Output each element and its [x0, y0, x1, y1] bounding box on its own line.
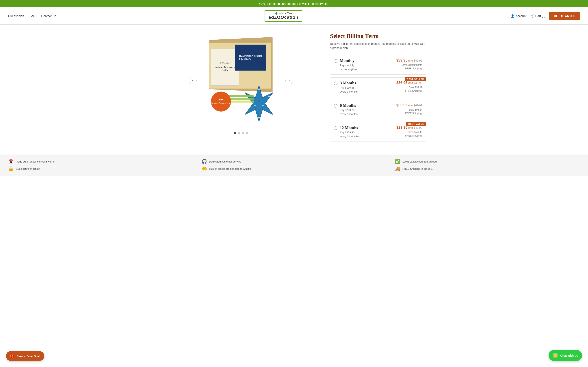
svg-point-7 [247, 108, 249, 109]
plan-radio[interactable] [334, 59, 337, 63]
nav-contact-us[interactable]: Contact Us [41, 14, 56, 17]
logo-main-text: edZOOcation [268, 15, 298, 20]
billing-description: Receive a different species each month. … [330, 42, 426, 50]
carousel-dot-3[interactable] [242, 132, 244, 134]
svg-point-9 [262, 105, 264, 106]
plan-card-6months[interactable]: 6 Months Pay $203.70every 6 months $33.9… [330, 100, 426, 119]
logo-area: 🌲 Wildlife Tree edZOOcation [265, 10, 303, 22]
trust-item: 🤲 50% of profits are donated to wildlife [201, 166, 387, 171]
carousel-next-button[interactable]: › [285, 77, 293, 84]
trust-bar: 📅 Plans auto-renew, cancel anytime 🔒 SSL… [0, 155, 588, 176]
plan-info: Monthly Pay monthly,cancel anytime [340, 58, 357, 71]
svg-point-10 [254, 105, 256, 106]
svg-point-5 [269, 108, 271, 109]
plan-name: 6 Months [340, 103, 358, 108]
plan-left: 3 Months Pay $110.85every 3 months [334, 81, 358, 93]
plan-info: 12 Months Pay $359.40every 12 months [340, 125, 359, 138]
carousel-dot-4[interactable] [246, 132, 248, 134]
billing-section: Select Billing Term Receive a different … [330, 33, 426, 144]
logo-tree-icon: 🌲 Wildlife Tree [275, 12, 292, 15]
book-seastars-title: Sea Stars [239, 57, 262, 60]
plan-name: 12 Months [340, 125, 359, 130]
trust-text: 100% satisfaction guaranteed [402, 160, 437, 163]
plan-card-monthly[interactable]: Monthly Pay monthly,cancel anytime $39.9… [330, 55, 426, 75]
cart-label: Cart (0) [535, 14, 545, 17]
plan-savings: Save $39.12FREE Shipping! [397, 85, 422, 93]
surprise-badge: !?! Includes Surprise item [211, 92, 231, 112]
trust-item: 📅 Plans auto-renew, cancel anytime [8, 159, 193, 164]
plan-original-price: $49.99 [414, 81, 422, 84]
plan-radio[interactable] [334, 126, 337, 130]
book-seastars: edZOOcation™ Readers Sea Stars [235, 45, 266, 71]
carousel-dot-2[interactable] [238, 132, 240, 134]
plan-radio[interactable] [334, 104, 337, 108]
plan-name: Monthly [340, 58, 357, 63]
plan-right: $33.95 /mo $49.99 Save $96.24FREE Shippi… [397, 103, 422, 115]
plan-right: $36.95 /mo $49.99 Save $39.12FREE Shippi… [397, 81, 422, 93]
product-image-container: edZOOcation™ Animal Discovery Guide edZO… [195, 33, 287, 129]
plan-detail: Pay $110.85every 3 months [340, 86, 358, 93]
plan-per-mo: /mo [408, 59, 413, 62]
main-content: ‹ edZOOcation™ Animal Discovery Guide ed… [154, 25, 434, 150]
plan-right: $29.95 /mo $49.99 Save $240.48FREE Shipp… [397, 125, 422, 138]
carousel-prev-button[interactable]: ‹ [189, 77, 197, 84]
logo-border: 🌲 Wildlife Tree edZOOcation [265, 10, 303, 22]
trust-column-2: 🎧 Dedicated customer service 🤲 50% of pr… [201, 159, 387, 171]
plan-original-price: $49.99 [414, 126, 422, 129]
account-link[interactable]: 👤 Account [511, 14, 526, 18]
trust-column-3: ✅ 100% satisfaction guaranteed 🚚 FREE Sh… [395, 159, 580, 171]
nav-faq[interactable]: FAQ [30, 14, 36, 17]
account-label: Account [516, 14, 526, 17]
trust-icon: 📅 [8, 159, 14, 164]
trust-column-1: 📅 Plans auto-renew, cancel anytime 🔒 SSL… [8, 159, 193, 171]
plan-detail: Pay $203.70every 6 months [340, 108, 358, 116]
svg-point-11 [258, 100, 260, 102]
trust-item: 🚚 FREE Shipping in the U.S. [395, 166, 580, 171]
plan-price: $36.95 [397, 81, 407, 85]
plan-price: $29.95 [397, 125, 407, 130]
trust-item: 🎧 Dedicated customer service [201, 159, 387, 164]
plan-info: 6 Months Pay $203.70every 6 months [340, 103, 358, 116]
trust-icon: 🔒 [8, 166, 14, 171]
trust-icon: 🚚 [395, 166, 400, 171]
cart-icon: 🛒 [530, 14, 534, 18]
trust-text: SSL secure checkout [16, 167, 40, 170]
plan-savings: Save $10.04/monthFREE Shipping! [397, 63, 422, 70]
plan-price-line: $33.95 /mo $49.99 [397, 103, 422, 107]
trust-divider [391, 161, 391, 169]
plan-original-price: $49.99 [414, 104, 422, 107]
plan-cards-container: Monthly Pay monthly,cancel anytime $39.9… [330, 55, 426, 142]
plan-left: 6 Months Pay $203.70every 6 months [334, 103, 358, 116]
trust-icon: 🎧 [201, 159, 207, 164]
plan-badge: BEST VALUE [406, 122, 426, 126]
plan-per-mo: /mo [408, 104, 413, 107]
plan-savings: Save $96.24FREE Shipping! [397, 108, 422, 115]
billing-title: Select Billing Term [330, 33, 426, 39]
svg-point-2 [261, 93, 263, 94]
trust-text: FREE Shipping in the U.S. [402, 167, 433, 170]
svg-point-4 [268, 96, 270, 97]
plan-card-3months[interactable]: BEST SELLER 3 Months Pay $110.85every 3 … [330, 77, 426, 97]
banner-text: 50% of proceeds are donated to wildlife … [259, 2, 329, 5]
trust-icon: 🤲 [201, 166, 207, 171]
plan-right: $39.95 /mo $49.99 Save $10.04/monthFREE … [397, 58, 422, 70]
plan-badge: BEST SELLER [405, 77, 426, 81]
svg-point-3 [255, 93, 257, 94]
trust-item: ✅ 100% satisfaction guaranteed [395, 159, 580, 164]
plan-radio[interactable] [334, 82, 337, 85]
trust-item: 🔒 SSL secure checkout [8, 166, 193, 171]
nav-our-mission[interactable]: Our Mission [8, 14, 24, 17]
carousel-dot-1[interactable] [234, 132, 236, 134]
plan-price: $39.95 [397, 58, 407, 63]
trust-text: Plans auto-renew, cancel anytime [16, 160, 54, 163]
plan-per-mo: /mo [408, 81, 413, 84]
cart-link[interactable]: 🛒 Cart (0) [530, 14, 545, 18]
carousel-dots [234, 132, 248, 134]
top-banner: 50% of proceeds are donated to wildlife … [0, 0, 588, 7]
surprise-text: Includes Surprise item [211, 102, 231, 105]
get-started-button[interactable]: GET STARTED [549, 12, 580, 20]
plan-detail: Pay $359.40every 12 months [340, 131, 359, 138]
plan-detail: Pay monthly,cancel anytime [340, 63, 357, 71]
plan-card-12months[interactable]: BEST VALUE 12 Months Pay $359.40every 12… [330, 122, 426, 142]
book-animal-title: Animal Discovery Guide [213, 66, 237, 72]
